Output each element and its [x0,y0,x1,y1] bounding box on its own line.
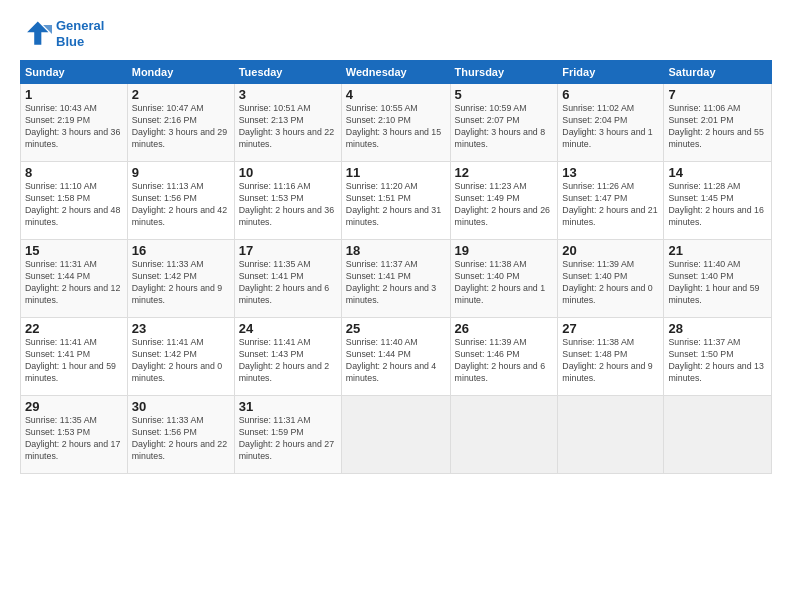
day-number: 2 [132,87,230,102]
calendar-cell: 25 Sunrise: 11:40 AM Sunset: 1:44 PM Day… [341,318,450,396]
day-info: Sunrise: 11:02 AM Sunset: 2:04 PM Daylig… [562,103,659,151]
day-info: Sunrise: 11:41 AM Sunset: 1:42 PM Daylig… [132,337,230,385]
day-number: 24 [239,321,337,336]
calendar-cell: 26 Sunrise: 11:39 AM Sunset: 1:46 PM Day… [450,318,558,396]
calendar-cell: 9 Sunrise: 11:13 AM Sunset: 1:56 PM Dayl… [127,162,234,240]
day-info: Sunrise: 11:28 AM Sunset: 1:45 PM Daylig… [668,181,767,229]
calendar-cell: 4 Sunrise: 10:55 AM Sunset: 2:10 PM Dayl… [341,84,450,162]
calendar-cell: 1 Sunrise: 10:43 AM Sunset: 2:19 PM Dayl… [21,84,128,162]
day-number: 25 [346,321,446,336]
day-info: Sunrise: 11:37 AM Sunset: 1:50 PM Daylig… [668,337,767,385]
logo-text: General Blue [56,18,104,49]
day-number: 1 [25,87,123,102]
day-info: Sunrise: 10:59 AM Sunset: 2:07 PM Daylig… [455,103,554,151]
calendar-cell: 24 Sunrise: 11:41 AM Sunset: 1:43 PM Day… [234,318,341,396]
day-number: 14 [668,165,767,180]
day-number: 20 [562,243,659,258]
day-info: Sunrise: 11:37 AM Sunset: 1:41 PM Daylig… [346,259,446,307]
day-info: Sunrise: 10:43 AM Sunset: 2:19 PM Daylig… [25,103,123,151]
day-info: Sunrise: 11:31 AM Sunset: 1:44 PM Daylig… [25,259,123,307]
day-number: 8 [25,165,123,180]
day-number: 18 [346,243,446,258]
day-info: Sunrise: 10:47 AM Sunset: 2:16 PM Daylig… [132,103,230,151]
day-number: 26 [455,321,554,336]
day-number: 10 [239,165,337,180]
day-info: Sunrise: 11:23 AM Sunset: 1:49 PM Daylig… [455,181,554,229]
day-info: Sunrise: 11:35 AM Sunset: 1:41 PM Daylig… [239,259,337,307]
calendar-cell: 29 Sunrise: 11:35 AM Sunset: 1:53 PM Day… [21,396,128,474]
day-info: Sunrise: 11:33 AM Sunset: 1:42 PM Daylig… [132,259,230,307]
day-number: 21 [668,243,767,258]
day-info: Sunrise: 10:51 AM Sunset: 2:13 PM Daylig… [239,103,337,151]
day-number: 30 [132,399,230,414]
calendar-cell [341,396,450,474]
day-number: 4 [346,87,446,102]
logo: General Blue [20,18,104,50]
logo-icon [20,18,52,50]
day-info: Sunrise: 10:55 AM Sunset: 2:10 PM Daylig… [346,103,446,151]
day-number: 3 [239,87,337,102]
calendar-cell: 30 Sunrise: 11:33 AM Sunset: 1:56 PM Day… [127,396,234,474]
day-info: Sunrise: 11:41 AM Sunset: 1:41 PM Daylig… [25,337,123,385]
calendar-cell: 27 Sunrise: 11:38 AM Sunset: 1:48 PM Day… [558,318,664,396]
day-info: Sunrise: 11:16 AM Sunset: 1:53 PM Daylig… [239,181,337,229]
day-info: Sunrise: 11:41 AM Sunset: 1:43 PM Daylig… [239,337,337,385]
calendar-cell: 20 Sunrise: 11:39 AM Sunset: 1:40 PM Day… [558,240,664,318]
calendar-cell: 12 Sunrise: 11:23 AM Sunset: 1:49 PM Day… [450,162,558,240]
day-number: 13 [562,165,659,180]
calendar-cell: 5 Sunrise: 10:59 AM Sunset: 2:07 PM Dayl… [450,84,558,162]
calendar-cell: 6 Sunrise: 11:02 AM Sunset: 2:04 PM Dayl… [558,84,664,162]
calendar-table: SundayMondayTuesdayWednesdayThursdayFrid… [20,60,772,474]
calendar-cell [664,396,772,474]
calendar-cell: 2 Sunrise: 10:47 AM Sunset: 2:16 PM Dayl… [127,84,234,162]
calendar-cell: 21 Sunrise: 11:40 AM Sunset: 1:40 PM Day… [664,240,772,318]
day-info: Sunrise: 11:40 AM Sunset: 1:40 PM Daylig… [668,259,767,307]
day-info: Sunrise: 11:20 AM Sunset: 1:51 PM Daylig… [346,181,446,229]
day-info: Sunrise: 11:35 AM Sunset: 1:53 PM Daylig… [25,415,123,463]
calendar-cell: 7 Sunrise: 11:06 AM Sunset: 2:01 PM Dayl… [664,84,772,162]
calendar-cell: 11 Sunrise: 11:20 AM Sunset: 1:51 PM Day… [341,162,450,240]
day-info: Sunrise: 11:39 AM Sunset: 1:46 PM Daylig… [455,337,554,385]
day-of-week-header: Saturday [664,61,772,84]
day-info: Sunrise: 11:31 AM Sunset: 1:59 PM Daylig… [239,415,337,463]
page-header: General Blue [20,18,772,50]
day-number: 5 [455,87,554,102]
day-info: Sunrise: 11:13 AM Sunset: 1:56 PM Daylig… [132,181,230,229]
day-number: 27 [562,321,659,336]
day-of-week-header: Friday [558,61,664,84]
day-info: Sunrise: 11:38 AM Sunset: 1:40 PM Daylig… [455,259,554,307]
day-info: Sunrise: 11:33 AM Sunset: 1:56 PM Daylig… [132,415,230,463]
day-info: Sunrise: 11:38 AM Sunset: 1:48 PM Daylig… [562,337,659,385]
day-of-week-header: Sunday [21,61,128,84]
svg-marker-0 [27,22,48,45]
calendar-cell: 28 Sunrise: 11:37 AM Sunset: 1:50 PM Day… [664,318,772,396]
calendar-cell: 23 Sunrise: 11:41 AM Sunset: 1:42 PM Day… [127,318,234,396]
calendar-cell: 18 Sunrise: 11:37 AM Sunset: 1:41 PM Day… [341,240,450,318]
calendar-cell: 10 Sunrise: 11:16 AM Sunset: 1:53 PM Day… [234,162,341,240]
day-info: Sunrise: 11:06 AM Sunset: 2:01 PM Daylig… [668,103,767,151]
day-number: 16 [132,243,230,258]
calendar-cell: 15 Sunrise: 11:31 AM Sunset: 1:44 PM Day… [21,240,128,318]
day-number: 17 [239,243,337,258]
day-number: 11 [346,165,446,180]
calendar-cell [558,396,664,474]
day-number: 19 [455,243,554,258]
calendar-cell: 16 Sunrise: 11:33 AM Sunset: 1:42 PM Day… [127,240,234,318]
day-number: 9 [132,165,230,180]
day-number: 29 [25,399,123,414]
calendar-cell: 17 Sunrise: 11:35 AM Sunset: 1:41 PM Day… [234,240,341,318]
day-number: 6 [562,87,659,102]
day-number: 28 [668,321,767,336]
calendar-cell: 3 Sunrise: 10:51 AM Sunset: 2:13 PM Dayl… [234,84,341,162]
day-of-week-header: Thursday [450,61,558,84]
calendar-cell: 8 Sunrise: 11:10 AM Sunset: 1:58 PM Dayl… [21,162,128,240]
day-info: Sunrise: 11:26 AM Sunset: 1:47 PM Daylig… [562,181,659,229]
day-number: 22 [25,321,123,336]
calendar-cell: 13 Sunrise: 11:26 AM Sunset: 1:47 PM Day… [558,162,664,240]
calendar-cell: 22 Sunrise: 11:41 AM Sunset: 1:41 PM Day… [21,318,128,396]
day-number: 23 [132,321,230,336]
day-info: Sunrise: 11:39 AM Sunset: 1:40 PM Daylig… [562,259,659,307]
day-number: 15 [25,243,123,258]
day-number: 31 [239,399,337,414]
calendar-cell: 14 Sunrise: 11:28 AM Sunset: 1:45 PM Day… [664,162,772,240]
